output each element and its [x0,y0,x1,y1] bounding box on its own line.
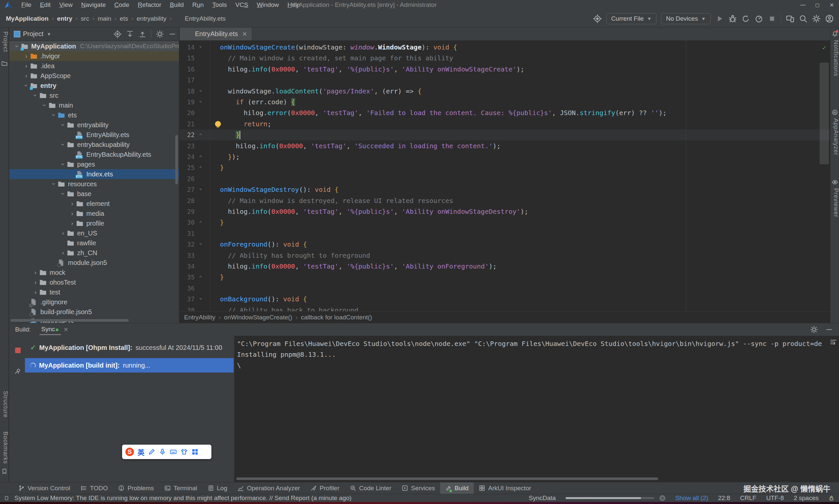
tree-item-element[interactable]: ›element [9,199,179,209]
ime-skin-icon[interactable] [181,448,188,455]
editor-breadcrumb-item[interactable]: onWindowStageCreate() [224,314,292,321]
tool-window-button-operation-analyzer[interactable]: Operation Analyzer [233,482,305,494]
settings-gear-icon[interactable] [812,14,821,23]
fold-marker-icon[interactable]: ⌃ [196,275,205,281]
inspections-ok-icon[interactable]: ✓ [822,43,826,52]
tool-button-appanalyzer[interactable]: AppAnalyzer [831,119,839,156]
fold-marker-icon[interactable]: ⌃ [196,220,205,226]
build-tab-sync[interactable]: Sync [41,323,61,336]
tool-button-previewer[interactable]: Previewer [831,188,839,217]
tool-button-bookmarks[interactable]: Bookmarks [0,432,9,464]
breadcrumb-item[interactable]: entryability [137,15,167,22]
run-configuration-select[interactable]: Current File ▼ [606,13,656,24]
fold-marker-icon[interactable]: ⌄ [196,87,205,92]
tree-chevron-icon[interactable]: › [23,52,30,60]
tree-chevron-icon[interactable]: › [32,279,39,286]
tree-chevron-icon[interactable]: › [32,92,39,99]
editor-vertical-scrollbar[interactable] [820,62,829,164]
menu-build[interactable]: Build [166,1,188,8]
tree-chevron-icon[interactable]: › [32,269,39,276]
locate-icon[interactable] [593,14,602,23]
tree-item--hvigor[interactable]: ›.hvigor [9,51,179,61]
menu-file[interactable]: File [17,1,36,8]
breadcrumb-file[interactable]: EntryAbility.ets [185,15,225,22]
maximize-button[interactable]: ▢ [810,0,825,10]
tab-entryability[interactable]: EntryAbility.ets ✕ [179,28,252,40]
fold-marker-icon[interactable]: ⌃ [196,132,205,138]
tool-button-project[interactable]: Project [0,32,9,52]
menu-view[interactable]: View [55,1,77,8]
code-editor[interactable]: 14⌄ onWindowStageCreate(windowStage: win… [179,41,830,311]
memory-indicator-icon[interactable] [4,496,9,501]
tree-item-entrybackupability[interactable]: ›entrybackupability [9,140,179,149]
tree-item-src[interactable]: ›src [9,90,179,100]
breadcrumb-item[interactable]: entry [57,15,72,22]
tree-item--idea[interactable]: ›.idea [9,61,179,71]
caret-position[interactable]: 22:8 [718,494,730,502]
ime-language-toggle[interactable]: 英 [138,447,144,457]
cancel-progress-icon[interactable]: ✕ [660,495,665,501]
breadcrumb-item[interactable]: main [98,15,111,22]
tree-item-resources[interactable]: ›resources [9,179,179,189]
tool-window-button-code-linter[interactable]: Code Linter [345,482,396,494]
build-console[interactable]: "C:\Program Files\Huawei\DevEco Studio\t… [234,336,839,482]
profiler-icon[interactable] [755,14,763,23]
chevron-down-icon[interactable]: ▼ [47,32,51,37]
build-task-row[interactable]: ✓MyApplication [Ohpm Install]: successfu… [25,340,234,355]
previewer-icon[interactable] [832,179,838,185]
tree-item-profile[interactable]: ›profile [9,218,179,228]
tool-window-button-terminal[interactable]: Terminal [159,482,203,494]
project-view-title[interactable]: Project [23,30,43,38]
tree-chevron-icon[interactable]: › [23,72,30,79]
tree-chevron-icon[interactable]: › [41,102,48,109]
tree-item-build-profile-json5[interactable]: build-profile.json5 [9,307,179,317]
account-icon[interactable] [825,14,834,23]
line-ending[interactable]: CRLF [740,494,757,502]
ime-toolbox-icon[interactable] [191,448,199,455]
device-manager-icon[interactable] [786,14,794,23]
tree-chevron-icon[interactable]: › [60,249,66,256]
status-message[interactable]: System Low Memory: The IDE is running lo… [14,494,352,502]
tree-item--gitignore[interactable]: ⃠.gitignore [9,297,179,307]
bell-icon[interactable] [832,31,838,37]
menu-edit[interactable]: Edit [36,1,55,8]
lock-icon[interactable] [828,495,834,501]
tree-chevron-icon[interactable]: › [69,210,75,217]
tree-item-entryability-ets[interactable]: ETSEntryAbility.ets [9,130,179,140]
tree-chevron-icon[interactable]: › [59,122,67,128]
soft-wrap-icon[interactable] [830,338,837,346]
breadcrumb-item[interactable]: ets [120,15,128,22]
ime-keyboard-icon[interactable] [170,448,177,455]
menu-tools[interactable]: Tools [208,1,231,8]
editor-breadcrumb-item[interactable]: callback for loadContent() [301,314,372,321]
tree-chevron-icon[interactable]: › [23,62,30,70]
menu-window[interactable]: Window [253,1,283,8]
hide-panel-icon[interactable] [168,30,176,38]
tool-window-button-problems[interactable]: Problems [113,482,159,494]
tree-chevron-icon[interactable]: › [59,161,67,167]
ime-mic-icon[interactable] [159,448,166,455]
menu-run[interactable]: Run [188,1,208,8]
tree-item-rawfile[interactable]: rawfile [9,238,179,248]
fold-marker-icon[interactable]: ⌄ [196,185,205,191]
tree-item-base[interactable]: ›base [9,189,179,199]
expand-all-icon[interactable] [126,30,134,38]
tree-chevron-icon[interactable]: › [59,191,67,197]
tree-item-myapplication[interactable]: ›MyApplicationC:\Users\lazysnail\DevEcoS… [9,41,179,51]
tool-window-button-log[interactable]: Log [203,482,233,494]
tool-window-button-build[interactable]: Build [440,482,474,494]
tree-item-entryability[interactable]: ›entryability [9,120,179,130]
tool-window-button-profiler[interactable]: Profiler [305,482,345,494]
tree-chevron-icon[interactable]: › [60,230,66,237]
tree-chevron-icon[interactable]: › [32,289,39,296]
build-task-row[interactable]: MyApplication [build init]: running... [25,358,234,373]
tree-item-appscope[interactable]: ›AppScope [9,71,179,81]
tree-item-en-us[interactable]: ›en_US [9,228,179,238]
tree-item-index-ets[interactable]: ETSIndex.ets [9,169,179,179]
tool-button-structure[interactable]: Structure [0,391,9,418]
fold-marker-icon[interactable]: ⌄ [196,240,205,246]
breadcrumb-item[interactable]: MyApplication [6,15,49,22]
close-tab-icon[interactable]: ✕ [242,31,247,38]
fold-marker-icon[interactable]: ⌃ [196,155,205,160]
fold-marker-icon[interactable]: ⌄ [196,97,205,103]
